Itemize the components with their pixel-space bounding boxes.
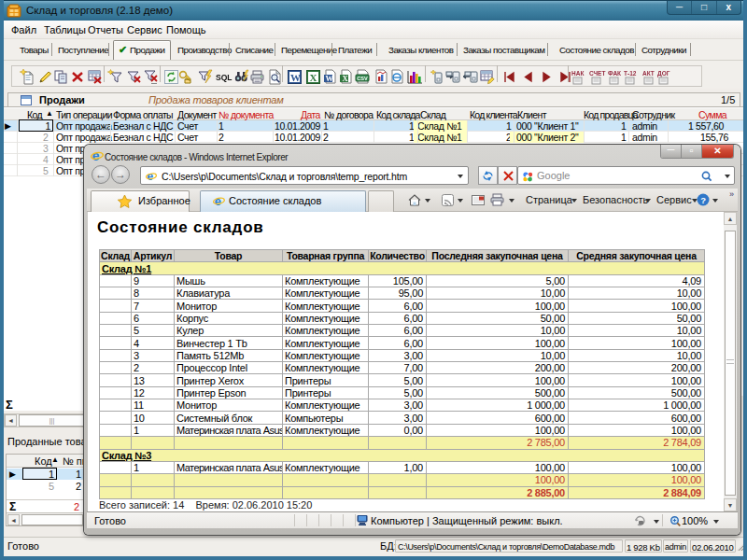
svg-text:НАК: НАК bbox=[571, 70, 584, 77]
svg-text:e: e bbox=[215, 195, 221, 207]
svg-text:АКТ: АКТ bbox=[642, 70, 655, 77]
svg-text:W: W bbox=[290, 72, 301, 83]
svg-text:SQL: SQL bbox=[216, 73, 232, 82]
svg-text:CSV: CSV bbox=[357, 76, 368, 81]
svg-text:X: X bbox=[343, 74, 349, 83]
svg-text:ФАК: ФАК bbox=[608, 70, 621, 77]
svg-text:e: e bbox=[148, 171, 154, 182]
svg-text:e: e bbox=[92, 149, 100, 162]
svg-text:СЧЕТ: СЧЕТ bbox=[589, 70, 605, 77]
svg-text:ДОГ: ДОГ bbox=[657, 70, 670, 77]
svg-text:X: X bbox=[310, 72, 317, 83]
svg-text:W: W bbox=[326, 74, 334, 83]
svg-text:?: ? bbox=[700, 195, 706, 205]
svg-text:Т-12: Т-12 bbox=[624, 70, 637, 77]
